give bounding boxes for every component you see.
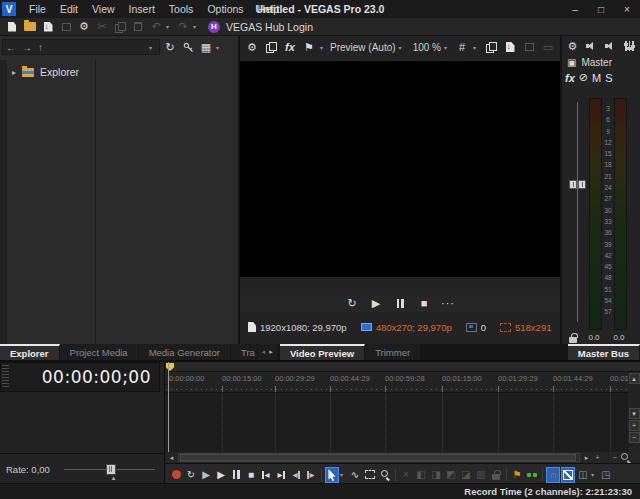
play-from-start-icon[interactable]: ▶	[199, 467, 213, 483]
timeline-cursor-line[interactable]	[168, 362, 169, 452]
snapping-toggle-button[interactable]: ∩	[546, 467, 560, 483]
hzoom-in-icon[interactable]: +	[592, 452, 603, 463]
insert-region-icon[interactable]	[525, 467, 539, 483]
vzoom-in-icon[interactable]: +	[629, 420, 640, 431]
go-to-start-icon[interactable]: ◂	[259, 467, 273, 483]
explorer-address-combo[interactable]: ← → ↑ ▾	[2, 39, 160, 55]
favorites-key-icon[interactable]	[180, 40, 196, 55]
video-fx-button[interactable]: fx	[282, 40, 298, 55]
go-to-end-icon[interactable]: ▸	[274, 467, 288, 483]
open-project-icon[interactable]	[22, 19, 38, 34]
previous-frame-icon[interactable]: ◂	[289, 467, 303, 483]
redo-dropdown-icon[interactable]: ▾	[193, 23, 200, 30]
auto-ripple-icon[interactable]: ◫	[576, 467, 590, 483]
grid-overlay-icon[interactable]: #	[454, 40, 470, 55]
back-icon[interactable]: ←	[6, 42, 16, 53]
views-icon[interactable]: ▦	[198, 40, 214, 55]
tab-explorer[interactable]: Explorer	[0, 344, 60, 360]
master-settings-icon[interactable]: ⚙	[565, 39, 580, 54]
video-output-icon[interactable]	[263, 40, 279, 55]
minimize-button[interactable]: –	[562, 0, 588, 18]
normal-edit-tool-button[interactable]	[325, 467, 339, 483]
menu-tools[interactable]: Tools	[162, 0, 201, 18]
menu-edit[interactable]: Edit	[53, 0, 85, 18]
undo-dropdown-icon[interactable]: ▾	[166, 23, 173, 30]
tab-transitions-truncated[interactable]: Tra	[231, 344, 258, 360]
vscroll-down-icon[interactable]: ▾	[629, 408, 640, 419]
menu-file[interactable]: File	[22, 0, 53, 18]
preview-quality-select[interactable]: Preview (Auto)	[330, 42, 396, 53]
marker-bar[interactable]	[166, 362, 640, 372]
hscroll-left-icon[interactable]: ◂	[166, 452, 177, 463]
hscroll-trough[interactable]	[178, 453, 580, 462]
speaker-mute-icon[interactable]	[584, 39, 599, 54]
rate-slider[interactable]: ▲	[64, 463, 159, 477]
downmix-icon[interactable]	[603, 39, 618, 54]
address-dropdown-icon[interactable]: ▾	[149, 44, 156, 51]
vzoom-out-icon[interactable]: −	[629, 432, 640, 443]
preview-loop-icon[interactable]: ↻	[344, 296, 360, 311]
zoom-edit-tool-icon[interactable]	[378, 467, 392, 483]
close-button[interactable]: ×	[614, 0, 640, 18]
new-project-icon[interactable]	[4, 19, 20, 34]
event-tool-extra-icon[interactable]: ◳	[599, 467, 613, 483]
tab-trimmer[interactable]: Trimmer	[365, 344, 421, 360]
preview-stop-icon[interactable]: ■	[416, 296, 432, 311]
play-button[interactable]: ▶	[214, 467, 228, 483]
forward-icon[interactable]: →	[22, 42, 32, 53]
mute-button[interactable]: M	[592, 72, 601, 84]
hzoom-out-icon[interactable]: −	[609, 452, 620, 463]
pause-button[interactable]	[229, 467, 243, 483]
record-button[interactable]	[169, 467, 183, 483]
timecode-display[interactable]: 00:00:00;00	[0, 362, 160, 392]
minimize-track-height-icon[interactable]: ▴	[629, 373, 640, 384]
auto-crossfade-toggle-button[interactable]	[561, 467, 575, 483]
menu-help[interactable]: Help	[251, 0, 287, 18]
preview-quality-dropdown-icon[interactable]: ▾	[399, 44, 406, 51]
menu-view[interactable]: View	[85, 0, 122, 18]
hscroll-thumb[interactable]	[180, 454, 576, 461]
track-area[interactable]	[166, 393, 628, 452]
mixer-sliders-icon[interactable]	[622, 39, 637, 54]
maximize-button[interactable]: □	[588, 0, 614, 18]
loop-playback-icon[interactable]: ↻	[184, 467, 198, 483]
hscroll-right-icon[interactable]: ▸	[581, 452, 592, 463]
overlays-flag-icon[interactable]: ⚑	[301, 40, 317, 55]
selection-tool-icon[interactable]	[363, 467, 377, 483]
master-fx-button[interactable]: fx	[565, 72, 575, 84]
save-snapshot-icon[interactable]	[502, 40, 518, 55]
video-preview-canvas[interactable]	[240, 61, 560, 277]
menu-insert[interactable]: Insert	[122, 0, 162, 18]
vegas-hub-login-button[interactable]: VEGAS Hub Login	[226, 21, 313, 33]
automation-icon[interactable]: ⊘	[579, 71, 588, 84]
preview-pause-icon[interactable]	[392, 296, 408, 311]
envelope-tool-icon[interactable]: ∿	[348, 467, 362, 483]
preview-zoom-select[interactable]: 100 %	[413, 42, 441, 53]
grid-dropdown-icon[interactable]: ▾	[473, 44, 480, 51]
overlays-dropdown-icon[interactable]: ▾	[320, 44, 327, 51]
fader-lock-icon[interactable]	[562, 330, 584, 345]
tab-scroll-right-icon[interactable]: ▸	[269, 348, 273, 356]
bus-icon[interactable]: ▣	[567, 57, 576, 68]
next-frame-icon[interactable]: ▸	[304, 467, 318, 483]
tab-video-preview[interactable]: Video Preview	[280, 344, 365, 360]
preview-play-icon[interactable]: ▶	[368, 296, 384, 311]
edit-tool-dropdown-icon[interactable]: ▾	[340, 471, 347, 478]
tree-item-explorer[interactable]: ▸ Explorer	[12, 66, 79, 78]
preview-more-icon[interactable]: ···	[440, 296, 456, 311]
tab-project-media[interactable]: Project Media	[60, 344, 139, 360]
explorer-pane-divider[interactable]	[95, 60, 96, 344]
zoom-tool-icon[interactable]	[620, 452, 631, 463]
tab-scroll-left-icon[interactable]: ◂	[262, 348, 266, 356]
save-project-icon[interactable]	[40, 19, 56, 34]
insert-marker-icon[interactable]: ⚑	[510, 467, 524, 483]
solo-button[interactable]: S	[605, 72, 612, 84]
auto-ripple-dropdown-icon[interactable]: ▾	[591, 471, 598, 478]
preview-settings-icon[interactable]: ⚙	[244, 40, 260, 55]
menu-options[interactable]: Options	[200, 0, 250, 18]
up-icon[interactable]: ↑	[38, 42, 43, 53]
expand-arrow-icon[interactable]: ▸	[12, 68, 16, 77]
copy-snapshot-icon[interactable]	[483, 40, 499, 55]
time-ruler[interactable]: 0:00:00:00 00:00:15:00 00:00:29:29 00:00…	[166, 372, 628, 393]
timecode-grip[interactable]	[2, 365, 9, 389]
